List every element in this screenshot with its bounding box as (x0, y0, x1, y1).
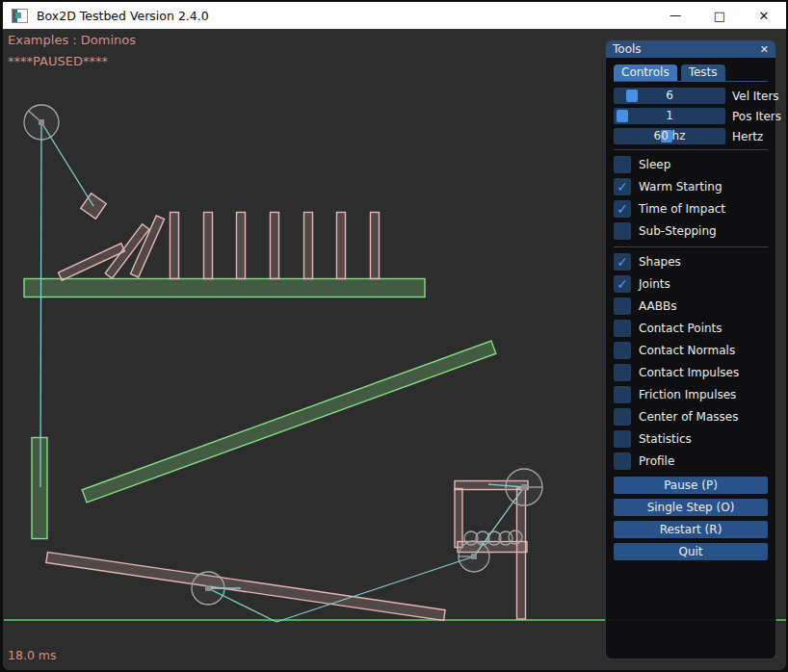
check-row-warm-starting: ✓Warm Starting (614, 175, 768, 197)
check-row-center-of-masses: Center of Masses (614, 405, 768, 427)
shelf-ball-5 (509, 530, 522, 544)
check-row-contact-impulses: Contact Impulses (614, 361, 768, 383)
checkbox-shapes[interactable]: ✓ (614, 253, 631, 271)
titlebar[interactable]: Box2D Testbed Version 2.4.0 —□✕ (3, 2, 786, 29)
slider-value: 60 hz (614, 128, 725, 144)
slider-value: 1 (614, 108, 725, 124)
anchor-seesaw (205, 585, 211, 591)
anchor-pulley-top (521, 484, 527, 490)
check-row-time-of-impact: ✓Time of Impact (614, 197, 768, 220)
check-row-sleep: Sleep (614, 153, 768, 175)
button-pause-p[interactable]: Pause (P) (614, 477, 768, 494)
check-row-aabbs: AABBs (614, 295, 768, 317)
separator (614, 246, 768, 247)
check-label: Friction Impulses (639, 388, 736, 401)
slider-hertz[interactable]: 60 hz (614, 128, 725, 144)
standing-domino-3 (237, 213, 246, 279)
check-row-contact-points: Contact Points (614, 317, 768, 339)
check-label: Profile (639, 454, 674, 468)
check-label: Center of Masses (639, 410, 738, 424)
app-icon-detail (15, 13, 21, 18)
slider-label: Pos Iters (732, 110, 781, 123)
check-label: Time of Impact (639, 202, 725, 216)
box2d-testbed-window: { "window": { "title": "Box2D Testbed Ve… (0, 0, 788, 672)
slider-label: Vel Iters (732, 90, 779, 103)
checkbox-center-of-masses[interactable] (614, 408, 631, 426)
standing-domino-7 (371, 213, 380, 279)
window-title: Box2D Testbed Version 2.4.0 (37, 9, 209, 23)
paused-label: ****PAUSED**** (8, 54, 108, 68)
vertical-green-post (32, 438, 47, 539)
checkbox-aabbs[interactable] (614, 297, 631, 315)
checkbox-time-of-impact[interactable]: ✓ (614, 200, 631, 218)
slider-row-vel-iters: 6Vel Iters (614, 88, 768, 104)
check-row-contact-normals: Contact Normals (614, 339, 768, 361)
standing-domino-1 (171, 213, 179, 279)
checkbox-sleep[interactable] (614, 156, 631, 173)
standing-domino-4 (271, 213, 279, 279)
check-label: Shapes (639, 255, 681, 269)
check-row-profile: Profile (614, 450, 768, 472)
check-row-sub-stepping: Sub-Stepping (614, 220, 768, 242)
check-label: Joints (639, 277, 670, 291)
separator (614, 149, 768, 150)
maximize-button[interactable]: □ (697, 2, 742, 29)
example-label: Examples : Dominos (8, 33, 136, 47)
slider-vel-iters[interactable]: 6 (614, 88, 725, 104)
checkbox-warm-starting[interactable]: ✓ (614, 178, 631, 195)
standing-domino-2 (204, 213, 213, 279)
tools-panel-title: Tools (613, 42, 642, 56)
button-single-step-o[interactable]: Single Step (O) (614, 499, 768, 516)
check-label: Warm Starting (639, 180, 722, 194)
anchor-pendulum (39, 119, 44, 125)
slider-row-pos-iters: 1Pos Iters (614, 108, 768, 124)
checkbox-statistics[interactable] (614, 430, 631, 448)
checkbox-contact-points[interactable] (614, 320, 631, 337)
frame-time-label: 18.0 ms (8, 648, 57, 662)
tools-close-icon[interactable]: ✕ (760, 44, 769, 55)
close-button[interactable]: ✕ (742, 2, 786, 29)
button-group: Pause (P)Single Step (O)Restart (R)Quit (614, 477, 768, 560)
tab-bar: ControlsTests (614, 65, 768, 82)
joint-pendulum-vertical (40, 122, 41, 487)
checkbox-joints[interactable]: ✓ (614, 275, 631, 293)
slider-row-hertz: 60 hzHertz (614, 128, 768, 144)
checkbox-contact-normals[interactable] (614, 342, 631, 359)
tab-tests[interactable]: Tests (681, 65, 725, 81)
check-label: AABBs (639, 299, 676, 313)
button-restart-r[interactable]: Restart (R) (614, 521, 768, 538)
anchor-pulley-bottom (471, 554, 477, 559)
check-row-joints: ✓Joints (614, 272, 768, 295)
check-label: Contact Normals (639, 344, 735, 357)
frame-left-post (455, 489, 462, 548)
slider-label: Hertz (732, 130, 763, 143)
checkbox-sub-stepping[interactable] (614, 222, 631, 240)
tools-panel-titlebar[interactable]: Tools ✕ (606, 40, 775, 58)
check-label: Contact Impulses (639, 366, 739, 379)
standing-domino-5 (304, 213, 313, 279)
domino-platform (24, 279, 425, 297)
tab-controls[interactable]: Controls (614, 65, 677, 81)
frame-right-post (517, 488, 526, 619)
joint-pendulum-diagonal (41, 122, 93, 206)
button-quit[interactable]: Quit (614, 543, 768, 560)
standing-domino-6 (337, 213, 346, 279)
check-label: Contact Points (639, 322, 722, 335)
slider-value: 6 (614, 88, 725, 104)
tools-panel-body: ControlsTests 6Vel Iters1Pos Iters60 hzH… (606, 58, 775, 560)
checkbox-contact-impulses[interactable] (614, 364, 631, 381)
checkbox-friction-impulses[interactable] (614, 386, 631, 403)
checkbox-groups: Sleep✓Warm Starting✓Time of ImpactSub-St… (614, 153, 768, 472)
check-row-shapes: ✓Shapes (614, 250, 768, 272)
slider-pos-iters[interactable]: 1 (614, 108, 725, 124)
minimize-button[interactable]: — (653, 2, 697, 29)
app-icon (12, 9, 28, 23)
window-controls: —□✕ (653, 2, 786, 29)
slider-group: 6Vel Iters1Pos Iters60 hzHertz (614, 88, 768, 144)
checkbox-profile[interactable] (614, 452, 631, 470)
check-label: Statistics (639, 432, 692, 446)
check-label: Sleep (639, 158, 670, 171)
tools-panel: Tools ✕ ControlsTests 6Vel Iters1Pos Ite… (605, 39, 776, 659)
check-row-friction-impulses: Friction Impulses (614, 383, 768, 405)
check-row-statistics: Statistics (614, 427, 768, 450)
